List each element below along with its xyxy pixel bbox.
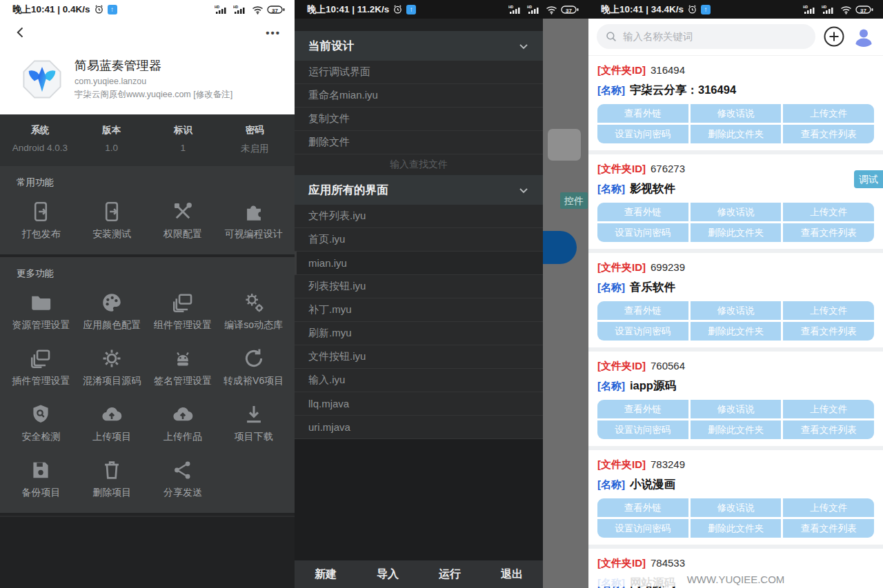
avatar[interactable] bbox=[853, 26, 875, 48]
drawer-item-label: uri.mjava bbox=[308, 421, 350, 433]
drawer-list-item[interactable]: 删除文件 bbox=[295, 131, 543, 154]
folder-action-button[interactable]: 查看文件列表 bbox=[783, 223, 874, 242]
function-item[interactable]: 编译so动态库 bbox=[218, 284, 289, 336]
folder-action-button[interactable]: 删除此文件夹 bbox=[691, 125, 782, 143]
folder-action-button[interactable]: 修改话说 bbox=[691, 104, 782, 123]
app-title: 简易蓝奏管理器 bbox=[75, 57, 232, 74]
function-item-label: 组件管理设置 bbox=[154, 319, 212, 332]
blue-fab-button[interactable] bbox=[543, 231, 577, 264]
drawer-list-item[interactable]: 刷新.myu bbox=[295, 322, 543, 345]
function-item[interactable]: 上传项目 bbox=[77, 396, 148, 447]
function-item[interactable]: 转成裕V6项目 bbox=[218, 340, 289, 392]
function-item[interactable]: 分享发送 bbox=[148, 452, 219, 503]
group-header-current-design[interactable]: 当前设计 bbox=[295, 31, 543, 61]
function-item-label: 上传作品 bbox=[163, 431, 202, 443]
folder-action-button[interactable]: 查看文件列表 bbox=[783, 322, 874, 341]
function-item[interactable]: 可视编程设计 bbox=[218, 193, 289, 245]
control-float-tag[interactable]: 控件 bbox=[560, 192, 588, 209]
watermark: WWW.YUQIEE.COM bbox=[588, 572, 883, 587]
drawer-list-item[interactable]: 首页.iyu bbox=[295, 228, 543, 252]
app-logo-icon bbox=[22, 59, 62, 99]
folder-action-button[interactable]: 设置访问密码 bbox=[597, 223, 688, 242]
function-item-label: 转成裕V6项目 bbox=[224, 375, 284, 387]
function-item[interactable]: 安装测试 bbox=[77, 193, 148, 245]
folder-action-button[interactable]: 修改话说 bbox=[691, 498, 782, 517]
more-menu-icon[interactable]: ••• bbox=[266, 27, 281, 39]
folder-action-button[interactable]: 上传文件 bbox=[783, 203, 874, 221]
drawer-item-label: 列表按钮.iyu bbox=[308, 280, 366, 293]
drawer-bottom-action[interactable]: 退出 bbox=[481, 567, 543, 582]
folder-action-button[interactable]: 查看文件列表 bbox=[783, 519, 874, 538]
folder-action-button[interactable]: 上传文件 bbox=[783, 301, 874, 320]
function-item[interactable]: 应用颜色配置 bbox=[77, 284, 148, 336]
folder-action-button[interactable]: 修改话说 bbox=[691, 203, 782, 221]
folder-action-button[interactable]: 修改话说 bbox=[691, 301, 782, 320]
drawer-list-item[interactable]: 文件列表.iyu bbox=[295, 205, 543, 228]
function-item[interactable]: 权限配置 bbox=[148, 193, 219, 245]
function-item[interactable]: 打包发布 bbox=[6, 193, 77, 245]
search-input[interactable] bbox=[623, 31, 807, 42]
folder-action-button[interactable]: 上传文件 bbox=[783, 104, 874, 123]
function-item[interactable]: 签名管理设置 bbox=[148, 340, 219, 392]
folder-action-button[interactable]: 查看外链 bbox=[597, 498, 688, 517]
dimmed-background: 控件 bbox=[543, 19, 588, 588]
folder-action-button[interactable]: 上传文件 bbox=[783, 400, 874, 418]
folder-action-button[interactable]: 删除此文件夹 bbox=[691, 420, 782, 439]
folder-action-button[interactable]: 查看外链 bbox=[597, 400, 688, 418]
icon-shield-search bbox=[29, 403, 52, 426]
folder-action-button[interactable]: 查看外链 bbox=[597, 104, 688, 123]
drawer-list-item[interactable]: llq.mjava bbox=[295, 392, 543, 416]
folder-action-button[interactable]: 设置访问密码 bbox=[597, 519, 688, 538]
search-row bbox=[588, 19, 883, 56]
drawer-bottom-action[interactable]: 导入 bbox=[357, 567, 419, 582]
drawer-list-item[interactable]: 运行调试界面 bbox=[295, 61, 543, 84]
drawer-list-item[interactable]: uri.mjava bbox=[295, 416, 543, 439]
folder-action-button[interactable]: 查看外链 bbox=[597, 301, 688, 320]
back-icon[interactable] bbox=[14, 26, 28, 39]
folder-action-button[interactable]: 上传文件 bbox=[783, 498, 874, 517]
folder-action-button[interactable]: 设置访问密码 bbox=[597, 125, 688, 143]
folder-name-row: [名称] 宇柒云分享：316494 bbox=[597, 80, 874, 101]
folder-action-button[interactable]: 设置访问密码 bbox=[597, 322, 688, 341]
folder-action-button[interactable]: 删除此文件夹 bbox=[691, 519, 782, 538]
folder-action-button[interactable]: 设置访问密码 bbox=[597, 420, 688, 439]
folder-action-button[interactable]: 修改话说 bbox=[691, 400, 782, 418]
function-item[interactable]: 插件管理设置 bbox=[6, 340, 77, 392]
group-header-all-interfaces[interactable]: 应用所有的界面 bbox=[295, 175, 543, 205]
app-package: com.yuqiee.lanzou bbox=[75, 77, 232, 86]
function-item[interactable]: 混淆项目源码 bbox=[77, 340, 148, 392]
drawer-list-item[interactable]: 输入.iyu bbox=[295, 369, 543, 392]
debug-float-tag[interactable]: 调试 bbox=[854, 170, 883, 188]
function-item[interactable]: 组件管理设置 bbox=[148, 284, 219, 336]
folder-action-button[interactable]: 查看文件列表 bbox=[783, 420, 874, 439]
folder-id-row: [文件夹ID] 699239 bbox=[597, 258, 874, 277]
drawer-list-item[interactable]: 文件按钮.iyu bbox=[295, 345, 543, 369]
drawer-list-item[interactable]: 列表按钮.iyu bbox=[295, 275, 543, 298]
folder-action-button[interactable]: 查看文件列表 bbox=[783, 125, 874, 143]
drawer-list-item[interactable]: 重命名mian.iyu bbox=[295, 84, 543, 108]
signal-icon: HD bbox=[508, 5, 524, 14]
function-item[interactable]: 备份项目 bbox=[6, 452, 77, 503]
function-item[interactable]: 删除项目 bbox=[77, 452, 148, 503]
drawer-list-item[interactable]: 复制文件 bbox=[295, 108, 543, 131]
function-item[interactable]: 上传作品 bbox=[148, 396, 219, 447]
alarm-icon bbox=[393, 4, 403, 14]
function-item[interactable]: 项目下载 bbox=[218, 396, 289, 447]
drawer-bottom-action[interactable]: 运行 bbox=[419, 567, 481, 582]
app-info-field: 密码 未启用 bbox=[219, 124, 290, 155]
folder-action-button[interactable]: 删除此文件夹 bbox=[691, 322, 782, 341]
add-folder-button[interactable] bbox=[823, 26, 845, 48]
drawer-list-item[interactable]: mian.iyu bbox=[295, 252, 543, 275]
drawer-list-item[interactable]: 补丁.myu bbox=[295, 298, 543, 322]
search-box[interactable] bbox=[597, 24, 815, 49]
drawer-bottom-action[interactable]: 新建 bbox=[295, 567, 357, 582]
folder-action-button[interactable]: 查看外链 bbox=[597, 203, 688, 221]
function-item[interactable]: 安全检测 bbox=[6, 396, 77, 447]
folder-action-button[interactable]: 删除此文件夹 bbox=[691, 223, 782, 242]
find-file-hint[interactable]: 输入查找文件 bbox=[295, 154, 543, 175]
drawer-item-label: mian.iyu bbox=[308, 257, 347, 269]
alarm-icon bbox=[687, 4, 697, 14]
function-item[interactable]: 资源管理设置 bbox=[6, 284, 77, 336]
folder-id-label: [文件夹ID] bbox=[597, 163, 646, 176]
icon-layers bbox=[171, 291, 195, 314]
